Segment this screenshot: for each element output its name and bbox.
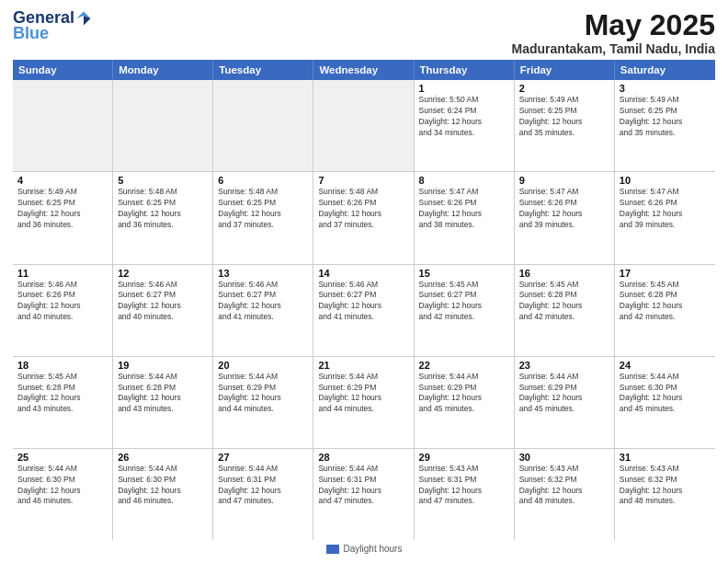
day-info: Sunrise: 5:46 AM Sunset: 6:27 PM Dayligh… xyxy=(118,280,208,324)
header: General Blue May 2025 Madurantakam, Tami… xyxy=(13,9,715,56)
day-info: Sunrise: 5:44 AM Sunset: 6:29 PM Dayligh… xyxy=(218,372,308,416)
day-number: 18 xyxy=(17,360,108,371)
calendar-body: 1Sunrise: 5:50 AM Sunset: 6:24 PM Daylig… xyxy=(13,80,715,540)
day-number: 16 xyxy=(519,268,609,279)
day-info: Sunrise: 5:45 AM Sunset: 6:27 PM Dayligh… xyxy=(419,280,509,324)
weekday-header: Sunday xyxy=(13,60,113,80)
calendar-cell: 29Sunrise: 5:43 AM Sunset: 6:31 PM Dayli… xyxy=(415,449,515,540)
calendar-cell: 17Sunrise: 5:45 AM Sunset: 6:28 PM Dayli… xyxy=(615,265,715,356)
day-number: 5 xyxy=(118,175,208,186)
weekday-header: Monday xyxy=(113,60,213,80)
calendar-cell: 18Sunrise: 5:45 AM Sunset: 6:28 PM Dayli… xyxy=(13,357,113,448)
calendar-week-row: 18Sunrise: 5:45 AM Sunset: 6:28 PM Dayli… xyxy=(13,357,715,449)
day-info: Sunrise: 5:49 AM Sunset: 6:25 PM Dayligh… xyxy=(17,187,108,231)
calendar-cell: 6Sunrise: 5:48 AM Sunset: 6:25 PM Daylig… xyxy=(213,172,313,263)
day-info: Sunrise: 5:44 AM Sunset: 6:28 PM Dayligh… xyxy=(118,372,208,416)
calendar-cell: 1Sunrise: 5:50 AM Sunset: 6:24 PM Daylig… xyxy=(415,80,515,171)
day-info: Sunrise: 5:44 AM Sunset: 6:29 PM Dayligh… xyxy=(318,372,408,416)
day-number: 15 xyxy=(419,268,509,279)
calendar-cell: 13Sunrise: 5:46 AM Sunset: 6:27 PM Dayli… xyxy=(213,265,313,356)
calendar-week-row: 4Sunrise: 5:49 AM Sunset: 6:25 PM Daylig… xyxy=(13,172,715,264)
day-number: 30 xyxy=(519,452,609,463)
day-info: Sunrise: 5:49 AM Sunset: 6:25 PM Dayligh… xyxy=(620,95,711,139)
calendar-cell: 5Sunrise: 5:48 AM Sunset: 6:25 PM Daylig… xyxy=(113,172,213,263)
calendar-cell: 15Sunrise: 5:45 AM Sunset: 6:27 PM Dayli… xyxy=(415,265,515,356)
calendar-cell: 8Sunrise: 5:47 AM Sunset: 6:26 PM Daylig… xyxy=(415,172,515,263)
day-info: Sunrise: 5:46 AM Sunset: 6:27 PM Dayligh… xyxy=(218,280,308,324)
day-info: Sunrise: 5:46 AM Sunset: 6:27 PM Dayligh… xyxy=(318,280,408,324)
weekday-header: Saturday xyxy=(615,60,715,80)
daylight-label: Daylight hours xyxy=(344,544,403,554)
calendar-cell: 9Sunrise: 5:47 AM Sunset: 6:26 PM Daylig… xyxy=(515,172,615,263)
day-info: Sunrise: 5:44 AM Sunset: 6:31 PM Dayligh… xyxy=(318,464,408,508)
calendar-header: SundayMondayTuesdayWednesdayThursdayFrid… xyxy=(13,60,715,80)
calendar-cell: 31Sunrise: 5:43 AM Sunset: 6:32 PM Dayli… xyxy=(615,449,715,540)
calendar-cell: 27Sunrise: 5:44 AM Sunset: 6:31 PM Dayli… xyxy=(213,449,313,540)
day-number: 8 xyxy=(419,175,509,186)
calendar-cell: 21Sunrise: 5:44 AM Sunset: 6:29 PM Dayli… xyxy=(313,357,414,448)
day-info: Sunrise: 5:44 AM Sunset: 6:31 PM Dayligh… xyxy=(218,464,308,508)
calendar-cell: 2Sunrise: 5:49 AM Sunset: 6:25 PM Daylig… xyxy=(515,80,615,171)
weekday-header: Wednesday xyxy=(313,60,414,80)
calendar-cell: 4Sunrise: 5:49 AM Sunset: 6:25 PM Daylig… xyxy=(13,172,113,263)
day-info: Sunrise: 5:44 AM Sunset: 6:30 PM Dayligh… xyxy=(118,464,208,508)
day-info: Sunrise: 5:47 AM Sunset: 6:26 PM Dayligh… xyxy=(620,187,711,231)
day-number: 27 xyxy=(218,452,308,463)
day-info: Sunrise: 5:48 AM Sunset: 6:25 PM Dayligh… xyxy=(118,187,208,231)
calendar-cell: 26Sunrise: 5:44 AM Sunset: 6:30 PM Dayli… xyxy=(113,449,213,540)
calendar-week-row: 25Sunrise: 5:44 AM Sunset: 6:30 PM Dayli… xyxy=(13,449,715,540)
calendar-cell: 14Sunrise: 5:46 AM Sunset: 6:27 PM Dayli… xyxy=(313,265,414,356)
day-number: 20 xyxy=(218,360,308,371)
calendar-cell: 25Sunrise: 5:44 AM Sunset: 6:30 PM Dayli… xyxy=(13,449,113,540)
calendar-cell: 23Sunrise: 5:44 AM Sunset: 6:29 PM Dayli… xyxy=(515,357,615,448)
day-number: 17 xyxy=(620,268,711,279)
calendar-cell: 19Sunrise: 5:44 AM Sunset: 6:28 PM Dayli… xyxy=(113,357,213,448)
day-number: 13 xyxy=(218,268,308,279)
day-info: Sunrise: 5:48 AM Sunset: 6:25 PM Dayligh… xyxy=(218,187,308,231)
page: General Blue May 2025 Madurantakam, Tami… xyxy=(0,0,728,563)
day-number: 21 xyxy=(318,360,408,371)
day-info: Sunrise: 5:43 AM Sunset: 6:31 PM Dayligh… xyxy=(419,464,509,508)
day-info: Sunrise: 5:45 AM Sunset: 6:28 PM Dayligh… xyxy=(17,372,108,416)
calendar-week-row: 1Sunrise: 5:50 AM Sunset: 6:24 PM Daylig… xyxy=(13,80,715,172)
location: Madurantakam, Tamil Nadu, India xyxy=(512,41,715,56)
day-info: Sunrise: 5:43 AM Sunset: 6:32 PM Dayligh… xyxy=(620,464,711,508)
day-number: 2 xyxy=(519,83,609,94)
day-number: 9 xyxy=(519,175,609,186)
calendar: SundayMondayTuesdayWednesdayThursdayFrid… xyxy=(13,60,715,540)
logo-icon xyxy=(75,10,92,27)
day-number: 6 xyxy=(218,175,308,186)
calendar-cell: 3Sunrise: 5:49 AM Sunset: 6:25 PM Daylig… xyxy=(615,80,715,171)
day-info: Sunrise: 5:45 AM Sunset: 6:28 PM Dayligh… xyxy=(519,280,609,324)
day-info: Sunrise: 5:44 AM Sunset: 6:29 PM Dayligh… xyxy=(519,372,609,416)
day-number: 3 xyxy=(620,83,711,94)
calendar-cell: 24Sunrise: 5:44 AM Sunset: 6:30 PM Dayli… xyxy=(615,357,715,448)
day-number: 1 xyxy=(419,83,509,94)
day-info: Sunrise: 5:50 AM Sunset: 6:24 PM Dayligh… xyxy=(419,95,509,139)
calendar-cell xyxy=(113,80,213,171)
day-number: 10 xyxy=(620,175,711,186)
day-number: 12 xyxy=(118,268,208,279)
day-info: Sunrise: 5:44 AM Sunset: 6:30 PM Dayligh… xyxy=(17,464,108,508)
day-info: Sunrise: 5:48 AM Sunset: 6:26 PM Dayligh… xyxy=(318,187,408,231)
calendar-cell: 12Sunrise: 5:46 AM Sunset: 6:27 PM Dayli… xyxy=(113,265,213,356)
weekday-header: Thursday xyxy=(415,60,515,80)
weekday-header: Friday xyxy=(515,60,615,80)
day-number: 7 xyxy=(318,175,408,186)
day-number: 19 xyxy=(118,360,208,371)
calendar-cell: 10Sunrise: 5:47 AM Sunset: 6:26 PM Dayli… xyxy=(615,172,715,263)
calendar-cell: 7Sunrise: 5:48 AM Sunset: 6:26 PM Daylig… xyxy=(313,172,414,263)
day-number: 14 xyxy=(318,268,408,279)
day-number: 24 xyxy=(620,360,711,371)
day-number: 26 xyxy=(118,452,208,463)
day-number: 23 xyxy=(519,360,609,371)
day-info: Sunrise: 5:44 AM Sunset: 6:29 PM Dayligh… xyxy=(419,372,509,416)
calendar-cell: 28Sunrise: 5:44 AM Sunset: 6:31 PM Dayli… xyxy=(313,449,414,540)
logo: General Blue xyxy=(13,9,92,43)
calendar-cell: 11Sunrise: 5:46 AM Sunset: 6:26 PM Dayli… xyxy=(13,265,113,356)
day-info: Sunrise: 5:44 AM Sunset: 6:30 PM Dayligh… xyxy=(620,372,711,416)
weekday-header: Tuesday xyxy=(213,60,313,80)
day-info: Sunrise: 5:49 AM Sunset: 6:25 PM Dayligh… xyxy=(519,95,609,139)
calendar-week-row: 11Sunrise: 5:46 AM Sunset: 6:26 PM Dayli… xyxy=(13,265,715,357)
daylight-legend-icon xyxy=(326,545,339,554)
